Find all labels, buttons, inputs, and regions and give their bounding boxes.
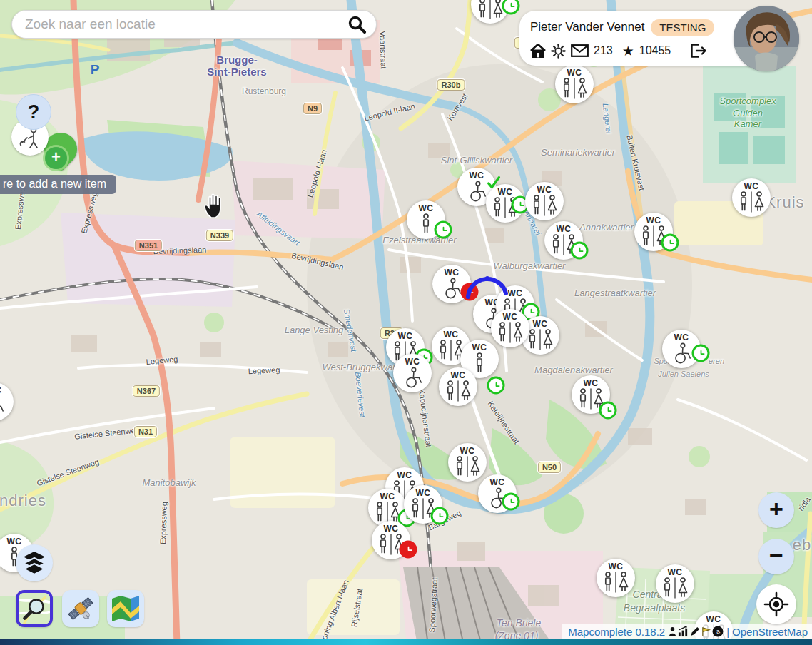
basemap-satellite-button[interactable] xyxy=(62,590,99,627)
marker-wc-label: WC xyxy=(405,357,420,367)
opening-hours-open-icon xyxy=(502,493,520,511)
envelope-icon xyxy=(571,44,589,57)
toilet-type-icon xyxy=(736,191,767,213)
toilet-type-icon xyxy=(494,322,526,343)
opening-hours-open-icon xyxy=(502,0,520,15)
map-marker-toilet[interactable]: WC xyxy=(439,367,477,406)
map-marker-toilet[interactable]: WC xyxy=(555,65,594,103)
marker-wc-label: WC xyxy=(398,332,413,341)
marker-wc-label: WC xyxy=(380,492,395,502)
logout-button[interactable] xyxy=(690,44,706,58)
opening-hours-closed-icon xyxy=(400,541,417,559)
help-button[interactable]: ? xyxy=(16,94,51,130)
toilet-type-icon xyxy=(529,195,560,216)
zoom-in-button[interactable]: + xyxy=(758,492,794,528)
chart-icon xyxy=(678,626,689,637)
toilet-type-icon xyxy=(559,78,590,99)
satellite-icon xyxy=(66,594,96,624)
toilet-type-icon xyxy=(0,395,9,417)
map-marker-layer: WCWCWCWCWCWCWCWCWCWCWCWCWCWCWCWCWCWCWCWC… xyxy=(0,0,812,645)
attribution-separator: | xyxy=(726,626,729,638)
geolocate-button[interactable] xyxy=(756,584,796,624)
marker-wc-label: WC xyxy=(567,68,582,78)
messages-button[interactable] xyxy=(571,44,589,57)
marker-wc-label: WC xyxy=(444,330,459,340)
geolocate-icon xyxy=(763,591,789,617)
toilet-type-icon xyxy=(524,329,556,350)
search-input[interactable] xyxy=(24,16,345,33)
home-button[interactable] xyxy=(530,44,546,58)
map-marker-toilet[interactable]: WC xyxy=(732,178,771,217)
layers-icon xyxy=(22,552,46,574)
marker-wc-label: WC xyxy=(445,268,460,278)
theme-flag-icon xyxy=(701,626,711,637)
marker-wc-label: WC xyxy=(472,343,487,352)
message-count: 213 xyxy=(594,44,613,57)
mapcomplete-version-link[interactable]: Mapcomplete 0.18.2 xyxy=(568,626,665,638)
opening-hours-open-icon xyxy=(661,234,679,252)
pencil-icon xyxy=(689,626,700,637)
basemap-osm-carto-button[interactable] xyxy=(16,590,53,627)
marker-wc-label: WC xyxy=(451,371,466,380)
add-plus-icon: + xyxy=(45,147,67,169)
osm-carto-icon xyxy=(19,592,50,625)
avatar-photo xyxy=(734,6,799,71)
map-icon xyxy=(111,594,141,623)
map-marker-toilet[interactable]: WC xyxy=(393,354,432,392)
toilet-type-icon xyxy=(474,0,506,19)
changesets-button[interactable]: ★ xyxy=(622,44,634,58)
toilet-type-icon xyxy=(471,352,488,374)
marker-wc-label: WC xyxy=(419,204,434,213)
zoom-out-button[interactable]: − xyxy=(758,539,794,574)
marker-wc-label: WC xyxy=(744,182,759,191)
avatar[interactable] xyxy=(734,6,799,71)
marker-wc-label: WC xyxy=(0,386,2,395)
user-name[interactable]: Pieter Vander Vennet xyxy=(530,20,644,34)
logout-icon xyxy=(690,44,706,58)
marker-wc-label: WC xyxy=(668,568,683,577)
opening-hours-open-icon xyxy=(487,377,505,395)
marker-wc-label: WC xyxy=(397,471,412,480)
testing-badge: TESTING xyxy=(651,19,714,36)
home-icon xyxy=(530,44,546,58)
basemap-map-button[interactable] xyxy=(107,590,144,627)
opening-hours-open-icon xyxy=(599,402,617,420)
opening-hours-open-icon xyxy=(435,221,452,239)
map-marker-toilet[interactable]: WC xyxy=(597,559,635,597)
opening-hours-open-icon xyxy=(431,507,449,525)
search-button[interactable] xyxy=(345,12,369,36)
map-marker-toilet[interactable]: WC xyxy=(0,382,14,421)
opening-hours-open-icon xyxy=(692,345,710,362)
marker-wc-label: WC xyxy=(508,289,523,298)
marker-wc-label: WC xyxy=(7,537,22,547)
layers-button[interactable] xyxy=(16,544,53,581)
marker-wc-label: WC xyxy=(646,216,661,225)
marker-wc-label: WC xyxy=(498,188,513,197)
add-item-tooltip: re to add a new item xyxy=(0,175,116,194)
marker-wc-label: WC xyxy=(460,447,475,456)
mapcomplete-app[interactable]: Brugge- Sint-Pieters P RustenburgSint-Gi… xyxy=(0,0,812,645)
marker-wc-label: WC xyxy=(416,489,431,498)
community-icon: a xyxy=(712,626,724,637)
statistics-bust-icon xyxy=(668,626,677,637)
marker-wc-label: WC xyxy=(533,320,548,329)
map-marker-toilet[interactable]: WC xyxy=(656,564,694,603)
gear-icon xyxy=(551,44,566,59)
opening-hours-open-icon xyxy=(571,242,589,260)
openstreetmap-link[interactable]: OpenStreetMap xyxy=(732,626,808,638)
map-marker-toilet[interactable]: WC xyxy=(448,443,487,482)
map-marker-toilet[interactable]: WC xyxy=(491,309,529,347)
star-count: 10455 xyxy=(639,44,671,57)
marker-wc-label: WC xyxy=(609,562,624,572)
toilet-type-icon xyxy=(417,213,435,235)
search-bar xyxy=(11,10,377,39)
marker-wc-label: WC xyxy=(503,313,518,322)
attribution-bar: Mapcomplete 0.18.2 a | OpenStreetMap xyxy=(562,624,812,639)
marker-wc-label: WC xyxy=(537,186,552,195)
marker-wc-label: WC xyxy=(557,225,572,234)
marker-wc-label: WC xyxy=(470,171,484,181)
settings-button[interactable] xyxy=(551,44,566,59)
attribution-icons: a xyxy=(668,626,724,637)
map-marker-toilet[interactable]: WC xyxy=(525,182,564,220)
toilet-type-icon xyxy=(600,572,631,593)
